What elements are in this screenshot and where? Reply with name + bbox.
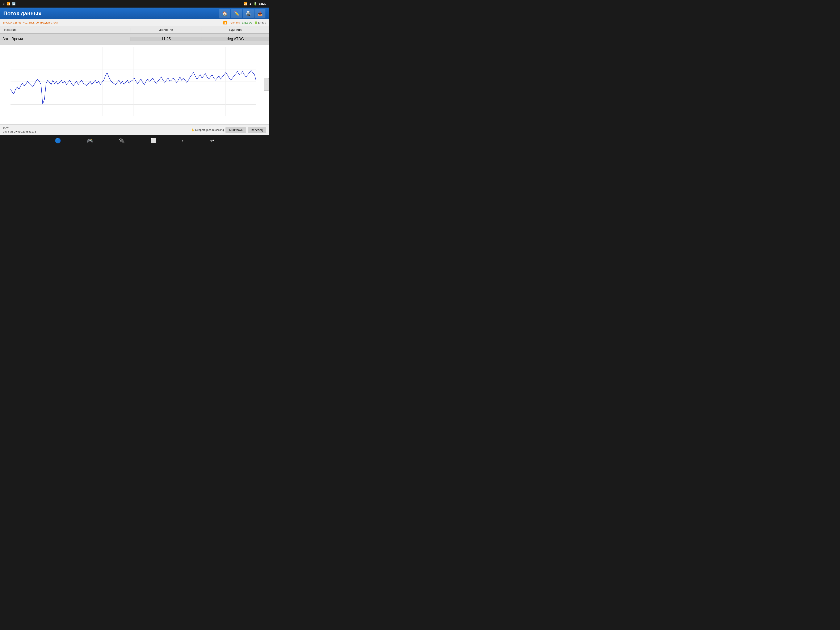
nav-vci-button[interactable]: 🔌 [118,138,125,144]
print-button[interactable]: 🖨️ [243,9,254,18]
data-chart[interactable]: 30 25 20 15 10 5 0 580 600 620 640 660 6… [11,47,256,116]
col-name-header: Название [0,28,130,32]
status-icons-left: 🖥 📶 🔄 [2,2,16,5]
battery-voltage: 🔋13.87V [254,21,266,24]
header: Поток данных 🏠 ✏️ 🖨️ 📤 [0,8,269,19]
chart-container: ‹ 30 25 20 15 10 5 0 580 600 620 640 660… [0,44,269,124]
nav-recent-button[interactable]: 🎮 [87,138,93,144]
nav-back-button[interactable]: 🔵 [55,138,61,144]
download-rate: ↓312 b/s [242,21,252,24]
edit-button[interactable]: ✏️ [231,9,242,18]
home-button[interactable]: 🏠 [219,9,230,18]
vehicle-year: 2007 [3,127,36,130]
row-parameter-name: Заж. Время [0,37,130,41]
app-title: Поток данных [3,10,219,17]
col-unit-header: Единица [202,28,269,32]
translate-button[interactable]: перевод [248,127,266,133]
chart-scroll-right[interactable]: ‹ [264,78,269,91]
nav-home-button[interactable]: ⌂ [182,138,185,144]
row-parameter-value: 11.25 [130,37,202,41]
nav-bar: 🔵 🎮 🔌 ⬜ ⌂ ↩ [0,135,269,146]
vehicle-vin: VIN TMBDX41U278881172 [3,130,36,133]
bottom-bar: 2007 VIN TMBDX41U278881172 ✋ Support ges… [0,124,269,135]
data-rate-info: 📶 ↑284 b/s ↓312 b/s 🔋13.87V [223,21,266,25]
breadcrumb-text: SKODA V28.45 > 01 Электроника двигателя [3,21,58,24]
wifi-status-icon: 📶 [243,2,247,5]
export-button[interactable]: 📤 [254,9,265,18]
col-value-header: Значение [130,28,202,32]
row-parameter-unit: deg ATDC [202,37,269,41]
app-icon-2: 📶 [7,2,10,5]
app-icon-3: 🔄 [12,2,16,5]
header-buttons: 🏠 ✏️ 🖨️ 📤 [219,9,265,18]
status-time: 18:20 [259,2,266,5]
nav-return-button[interactable]: ↩ [210,138,214,144]
data-row: Заж. Время 11.25 deg ATDC [0,33,269,44]
signal-icon: ▲ [249,2,252,5]
bottom-controls: ✋ Support gesture scaling Мин/Макс перев… [191,127,266,133]
min-max-button[interactable]: Мин/Макс [226,127,246,133]
gesture-scaling-label: ✋ Support gesture scaling [191,128,224,131]
status-bar: 🖥 📶 🔄 📶 ▲ 🔋 18:20 [0,0,269,8]
battery-icon: 🔋 [253,2,257,5]
app-icon-1: 🖥 [2,2,5,5]
gesture-icon: ✋ [191,128,194,131]
nav-square-button[interactable]: ⬜ [151,138,156,144]
col-headers: Название Значение Единица [0,26,269,33]
vehicle-info: 2007 VIN TMBDX41U278881172 [3,127,36,133]
wifi-icon: 📶 [223,21,227,25]
breadcrumb-bar: SKODA V28.45 > 01 Электроника двигателя … [0,19,269,26]
upload-rate: ↑284 b/s [229,21,240,24]
